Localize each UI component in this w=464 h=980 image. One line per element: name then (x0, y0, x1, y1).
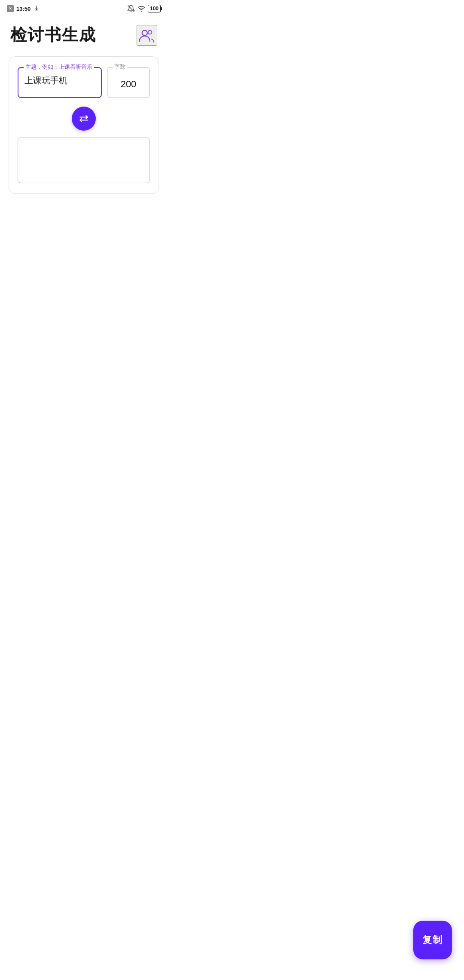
input-row: 主题，例如：上课看听音乐 字数 200 (18, 67, 150, 98)
status-bar: ✕ 13:50 100 (0, 0, 168, 15)
main-card: 主题，例如：上课看听音乐 字数 200 (9, 56, 159, 194)
wordcount-value: 200 (121, 79, 137, 90)
wordcount-field: 字数 200 (107, 67, 150, 98)
swap-icon (78, 113, 90, 125)
user-icon (138, 26, 156, 44)
battery-indicator: 100 (148, 5, 161, 12)
wordcount-label: 字数 (113, 63, 127, 70)
topic-label: 主题，例如：上课看听音乐 (24, 63, 94, 71)
bell-muted-icon (127, 5, 135, 12)
page-title: 检讨书生成 (10, 24, 96, 46)
sim-icon: ✕ (7, 5, 14, 12)
svg-point-2 (142, 30, 147, 35)
generate-btn-wrap (18, 107, 150, 131)
usb-icon (33, 5, 40, 12)
svg-point-3 (148, 30, 152, 34)
topic-field: 主题，例如：上课看听音乐 (18, 67, 102, 98)
output-area (18, 138, 150, 183)
generate-button[interactable] (72, 107, 96, 131)
time-display: 13:50 (16, 6, 31, 12)
wifi-icon (137, 5, 145, 12)
output-text (23, 143, 144, 178)
user-profile-button[interactable] (137, 25, 157, 46)
status-right: 100 (127, 5, 161, 12)
battery-level: 100 (150, 6, 159, 12)
status-left: ✕ 13:50 (7, 5, 40, 12)
topic-input[interactable] (24, 76, 95, 86)
app-header: 检讨书生成 (0, 15, 168, 53)
